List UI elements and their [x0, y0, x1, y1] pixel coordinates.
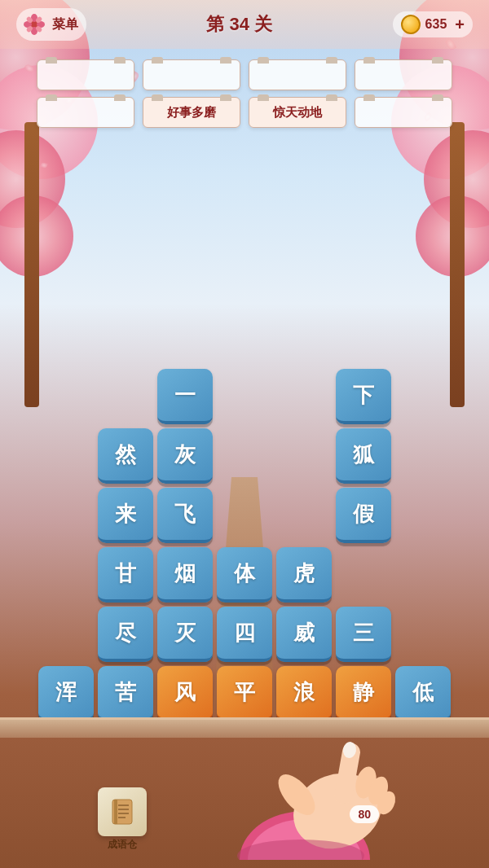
tile-empty-0-0 [38, 369, 94, 424]
tile-empty-0-3 [217, 369, 272, 424]
answer-area: 好事多磨 惊天动地 [0, 53, 489, 141]
tile-3-1[interactable]: 甘 [98, 547, 153, 603]
tile-2-1[interactable]: 来 [98, 488, 153, 543]
score-value: 80 [358, 808, 371, 821]
tile-empty-1-3 [217, 428, 272, 484]
tile-empty-2-0 [38, 488, 94, 543]
book-icon-wrap [98, 787, 147, 836]
tile-empty-1-0 [38, 428, 94, 484]
book-label: 成语仓 [108, 838, 137, 852]
tile-1-1[interactable]: 然 [98, 428, 153, 484]
flower-icon [21, 11, 47, 37]
answer-slot-2-4[interactable] [355, 97, 452, 128]
answer-slot-2-1[interactable] [37, 97, 134, 128]
answer-slot-1-3[interactable] [249, 59, 346, 90]
tile-empty-1-4 [276, 428, 332, 484]
answer-text-2-3: 惊天动地 [273, 105, 322, 121]
tile-empty-3-5 [336, 547, 391, 603]
book-icon [106, 796, 139, 828]
tile-3-3[interactable]: 体 [217, 547, 272, 603]
tile-2-2[interactable]: 飞 [157, 488, 213, 543]
coin-area: 635 + [393, 11, 473, 37]
tile-4-1[interactable]: 尽 [98, 607, 153, 662]
tile-1-5[interactable]: 狐 [336, 428, 391, 484]
tile-empty-3-0 [38, 547, 94, 603]
tile-empty-2-3 [217, 488, 272, 543]
tile-empty-4-0 [38, 607, 94, 662]
coin-count: 635 [425, 17, 447, 32]
menu-button[interactable]: 菜单 [16, 8, 86, 41]
answer-text-2-2: 好事多磨 [167, 105, 216, 121]
answer-slot-1-4[interactable] [355, 59, 452, 90]
answer-slot-1-2[interactable] [143, 59, 240, 90]
book-button[interactable]: 成语仓 [98, 787, 147, 852]
level-title: 第 34 关 [206, 12, 272, 37]
tile-4-5[interactable]: 三 [336, 607, 391, 662]
answer-slot-1-1[interactable] [37, 59, 134, 90]
answer-row-2: 好事多磨 惊天动地 [12, 97, 477, 128]
svg-rect-20 [114, 800, 117, 824]
hand-area [0, 697, 489, 860]
tile-empty-0-6 [395, 369, 451, 424]
tile-empty-1-6 [395, 428, 451, 484]
tile-grid: 一下然灰狐来飞假甘烟体虎尽灭四威三浑苦风平浪静低 [38, 369, 451, 721]
answer-slot-2-2[interactable]: 好事多磨 [143, 97, 240, 128]
hand-illustration [223, 697, 435, 860]
tile-4-2[interactable]: 灭 [157, 607, 213, 662]
answer-slot-2-3[interactable]: 惊天动地 [249, 97, 346, 128]
tile-0-5[interactable]: 下 [336, 369, 391, 424]
tile-empty-3-6 [395, 547, 451, 603]
tile-0-2[interactable]: 一 [157, 369, 213, 424]
game-board: 一下然灰狐来飞假甘烟体虎尽灭四威三浑苦风平浪静低 [0, 369, 489, 721]
tile-empty-0-1 [98, 369, 153, 424]
tile-3-2[interactable]: 烟 [157, 547, 213, 603]
coin-icon [401, 15, 421, 34]
tile-3-4[interactable]: 虎 [276, 547, 332, 603]
tile-4-3[interactable]: 四 [217, 607, 272, 662]
top-bar: 菜单 第 34 关 635 + [0, 0, 489, 49]
tile-4-4[interactable]: 威 [276, 607, 332, 662]
tile-1-2[interactable]: 灰 [157, 428, 213, 484]
tile-empty-4-6 [395, 607, 451, 662]
tile-empty-0-4 [276, 369, 332, 424]
answer-row-1 [12, 59, 477, 90]
tile-empty-2-6 [395, 488, 451, 543]
tile-empty-2-4 [276, 488, 332, 543]
score-badge: 80 [350, 805, 379, 823]
menu-label: 菜单 [52, 16, 78, 33]
add-coins-button[interactable]: + [455, 15, 465, 34]
tile-2-5[interactable]: 假 [336, 488, 391, 543]
